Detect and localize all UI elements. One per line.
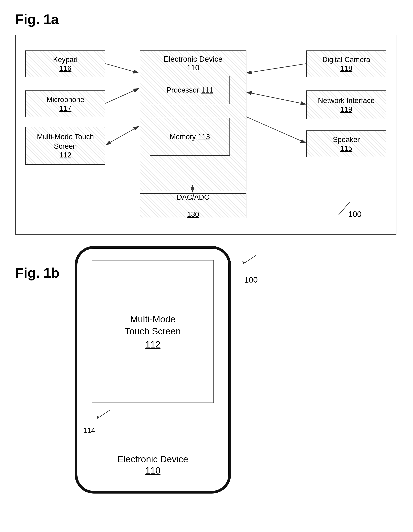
network-interface-number: 119 [340, 105, 352, 114]
keypad-box: Keypad 116 [25, 50, 105, 77]
ref-100-1b-container: 100 [237, 252, 260, 285]
fig1b-title: Fig. 1b [15, 265, 59, 281]
digital-camera-number: 118 [340, 64, 352, 73]
svg-line-12 [98, 410, 110, 418]
dacadc-number: 130 [187, 210, 199, 218]
screen-box: Multi-Mode Touch Screen 112 [92, 260, 214, 403]
ed-label: Electronic Device [164, 55, 222, 63]
device-label: Electronic Device [118, 453, 188, 465]
screen-number: 112 [145, 339, 160, 350]
microphone-label: Microphone [47, 95, 84, 104]
processor-label: Processor [166, 86, 199, 94]
svg-line-8 [246, 92, 306, 104]
digital-camera-label: Digital Camera [322, 55, 370, 64]
svg-line-6 [105, 126, 139, 145]
fig1b-section: Fig. 1b Multi-Mode Touch Screen 112 114 [15, 246, 398, 494]
speaker-number: 115 [340, 144, 352, 152]
ed-number: 110 [187, 63, 199, 72]
ref-114: 114 [83, 427, 95, 435]
microphone-number: 117 [59, 104, 71, 113]
processor-number: 111 [201, 86, 213, 94]
ref-100-label: 100 [348, 210, 362, 219]
svg-line-4 [105, 64, 139, 73]
memory-box: Memory 113 [150, 118, 230, 156]
electronic-device-title: Electronic Device 110 [140, 55, 246, 72]
arrow-114-container [93, 408, 112, 420]
dacadc-box: DAC/ADC 130 [140, 193, 246, 218]
multimode-label: Multi-Mode Touch Screen [26, 132, 105, 151]
fig1a-diagram: Keypad 116 Microphone 117 Multi-Mode Tou… [15, 35, 396, 235]
electronic-device-box: Electronic Device 110 Processor 111 Memo… [140, 50, 246, 191]
network-interface-box: Network Interface 119 [306, 90, 386, 119]
microphone-box: Microphone 117 [25, 90, 105, 117]
svg-line-14 [244, 256, 256, 263]
ref-100-1b-text: 100 [244, 275, 258, 284]
memory-label: Memory [170, 133, 196, 141]
memory-number: 113 [198, 133, 210, 141]
keypad-number: 116 [59, 64, 71, 73]
multimode-box: Multi-Mode Touch Screen 112 [25, 127, 105, 165]
screen-label: Multi-Mode Touch Screen [125, 314, 181, 337]
svg-line-7 [246, 64, 306, 73]
device-outline: Multi-Mode Touch Screen 112 114 Electron… [75, 246, 231, 494]
keypad-label: Keypad [53, 55, 78, 64]
arrow-114-svg [93, 408, 112, 420]
speaker-box: Speaker 115 [306, 130, 386, 157]
processor-box: Processor 111 [150, 76, 230, 104]
ref-100-1b-label: 100 [244, 275, 260, 285]
svg-line-5 [105, 88, 139, 103]
network-interface-label: Network Interface [318, 96, 375, 105]
dacadc-label: DAC/ADC [177, 193, 209, 202]
fig1a-title: Fig. 1a [15, 11, 398, 27]
device-bottom-label: Electronic Device 110 [118, 453, 188, 476]
device-number: 110 [118, 465, 188, 476]
speaker-label: Speaker [333, 135, 360, 144]
svg-line-9 [246, 117, 306, 143]
ref-114-text: 114 [83, 427, 95, 435]
ref-100-text: 100 [348, 210, 362, 218]
multimode-number: 112 [59, 151, 71, 159]
ref-100-arrow-svg [237, 252, 260, 267]
digital-camera-box: Digital Camera 118 [306, 50, 386, 77]
